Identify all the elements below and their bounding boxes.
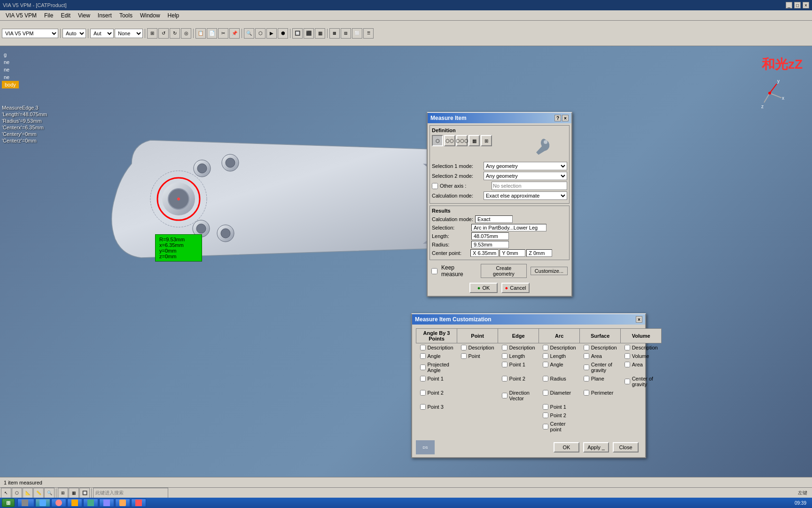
- tb-btn-2[interactable]: ↺: [158, 28, 169, 39]
- tb-btn-13[interactable]: 🔲: [292, 28, 303, 39]
- minimize-btn[interactable]: _: [786, 2, 792, 8]
- bt-btn-2[interactable]: ⬡: [12, 488, 22, 498]
- surface-desc-cb[interactable]: [584, 345, 589, 350]
- arc-radius-cb[interactable]: [543, 376, 548, 381]
- bt-btn-6[interactable]: ⊞: [58, 488, 68, 498]
- mode-btn-4[interactable]: ▦: [468, 135, 480, 146]
- tb-btn-10[interactable]: ⬡: [255, 28, 265, 39]
- workspace-select[interactable]: VIA V5 VPM: [2, 29, 58, 38]
- taskbar-btn-5[interactable]: [83, 499, 98, 507]
- tb-btn-12[interactable]: ⬢: [278, 28, 288, 39]
- taskbar-btn-8[interactable]: [131, 499, 146, 507]
- tb-btn-14[interactable]: ⬛: [304, 28, 314, 39]
- cancel-btn[interactable]: ● Cancel: [501, 283, 530, 293]
- edge-desc-cb[interactable]: [502, 345, 508, 350]
- taskbar-btn-7[interactable]: [115, 499, 130, 507]
- mode-btn-2[interactable]: ⬡⬡: [444, 135, 455, 146]
- surface-plane-cb[interactable]: [584, 376, 589, 381]
- measure-dialog-help-btn[interactable]: ?: [554, 115, 561, 121]
- volume-cog-cb[interactable]: [625, 379, 630, 384]
- edge-pt1-cb[interactable]: [502, 362, 508, 367]
- tb-btn-5[interactable]: 📋: [195, 28, 206, 39]
- bt-btn-8[interactable]: 🔲: [79, 488, 90, 498]
- menu-file[interactable]: File: [40, 11, 57, 20]
- taskbar-btn-2[interactable]: [35, 499, 50, 507]
- arc-pt2-cb[interactable]: [543, 413, 548, 418]
- arc-desc-cb[interactable]: [543, 345, 548, 350]
- tb-btn-4[interactable]: ◎: [181, 28, 191, 39]
- selection1-select[interactable]: Any geometry: [484, 162, 567, 170]
- edge-dir-cb[interactable]: [502, 393, 508, 398]
- tb-render-1[interactable]: ▩: [329, 28, 340, 39]
- menu-edit[interactable]: Edit: [57, 11, 74, 20]
- menu-view[interactable]: View: [74, 11, 94, 20]
- tb-btn-7[interactable]: ✂: [218, 28, 228, 39]
- edge-length-cb[interactable]: [502, 353, 508, 359]
- search-input[interactable]: [95, 490, 168, 495]
- calc-mode-select[interactable]: Exact else approximate: [484, 191, 567, 200]
- menu-insert[interactable]: Insert: [94, 11, 116, 20]
- bt-btn-5[interactable]: 🔍: [44, 488, 55, 498]
- arc-pt1-cb[interactable]: [543, 404, 548, 410]
- cust-close-btn[interactable]: Close: [613, 442, 639, 452]
- angle-desc-cb[interactable]: [420, 345, 426, 350]
- keep-measure-checkbox[interactable]: [431, 268, 437, 274]
- tb-btn-8[interactable]: 📌: [229, 28, 240, 39]
- tb-btn-1[interactable]: ⊞: [147, 28, 157, 39]
- menu-viavpm[interactable]: VIA V5 VPM: [2, 11, 40, 20]
- angle-angle-cb[interactable]: [420, 353, 426, 359]
- angle-pt2-cb[interactable]: [420, 390, 426, 396]
- start-button[interactable]: ⊞: [2, 499, 15, 507]
- bt-btn-search[interactable]: [93, 488, 168, 498]
- auto-select[interactable]: Auto: [62, 29, 86, 38]
- point-desc-cb[interactable]: [461, 345, 467, 350]
- angle-proj-cb[interactable]: [420, 365, 426, 370]
- maximize-btn[interactable]: □: [794, 2, 801, 8]
- tb-render-3[interactable]: ⬜: [352, 28, 362, 39]
- other-axis-input[interactable]: [492, 182, 567, 190]
- taskbar-btn-1[interactable]: [17, 499, 34, 507]
- tb-btn-9[interactable]: 🔍: [244, 28, 254, 39]
- mode-btn-5[interactable]: ⊞: [481, 135, 492, 146]
- taskbar-btn-4[interactable]: [67, 499, 82, 507]
- cust-apply-btn[interactable]: Apply _: [583, 442, 609, 452]
- create-geometry-btn[interactable]: Create geometry: [481, 264, 527, 278]
- menu-help[interactable]: Help: [164, 11, 183, 20]
- tb-btn-11[interactable]: ▶: [266, 28, 277, 39]
- bt-btn-4[interactable]: 📏: [33, 488, 44, 498]
- taskbar-btn-3[interactable]: [51, 499, 66, 507]
- edge-pt2-cb[interactable]: [502, 376, 508, 381]
- close-btn[interactable]: ×: [803, 2, 809, 8]
- bt-btn-7[interactable]: ▦: [69, 488, 79, 498]
- tb-btn-3[interactable]: ↻: [170, 28, 180, 39]
- tb-render-2[interactable]: ▨: [341, 28, 351, 39]
- cust-ok-btn[interactable]: OK: [554, 442, 579, 452]
- volume-area-cb[interactable]: [625, 362, 630, 367]
- surface-cog-cb[interactable]: [584, 365, 589, 370]
- taskbar-btn-6[interactable]: [99, 499, 114, 507]
- customization-close-x-btn[interactable]: ×: [636, 316, 642, 323]
- volume-volume-cb[interactable]: [625, 353, 630, 359]
- tb-btn-6[interactable]: 📄: [207, 28, 217, 39]
- angle-pt3-cb[interactable]: [420, 404, 426, 410]
- ok-btn[interactable]: ● OK: [469, 283, 498, 293]
- angle-pt1-cb[interactable]: [420, 376, 426, 381]
- bt-btn-3[interactable]: 📐: [23, 488, 33, 498]
- point-point-cb[interactable]: [461, 353, 467, 359]
- selection2-select[interactable]: Any geometry: [484, 172, 567, 180]
- measure-dialog-close-btn[interactable]: ×: [562, 115, 569, 121]
- arc-angle-cb[interactable]: [543, 362, 548, 367]
- tb-btn-15[interactable]: ▦: [315, 28, 325, 39]
- menu-window[interactable]: Window: [136, 11, 164, 20]
- auth-select[interactable]: Aut: [90, 29, 114, 38]
- arc-length-cb[interactable]: [543, 353, 548, 359]
- tb-render-4[interactable]: ☰: [363, 28, 374, 39]
- mode-btn-1[interactable]: ⬡: [432, 135, 443, 146]
- arc-diam-cb[interactable]: [543, 390, 548, 396]
- other-axis-checkbox[interactable]: [432, 183, 438, 189]
- mode-btn-3[interactable]: ⬡⬡⬡: [456, 135, 468, 146]
- surface-perim-cb[interactable]: [584, 390, 589, 396]
- arc-center-cb[interactable]: [543, 424, 548, 429]
- none-select[interactable]: None: [115, 29, 143, 38]
- menu-tools[interactable]: Tools: [116, 11, 136, 20]
